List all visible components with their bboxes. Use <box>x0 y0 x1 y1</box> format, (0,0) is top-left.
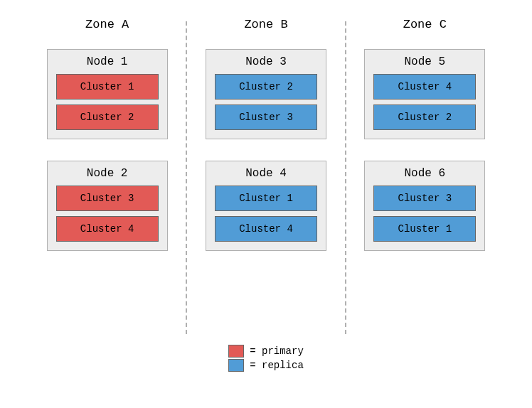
cluster-replica: Cluster 2 <box>215 74 317 100</box>
zone-title: Zone B <box>244 18 287 31</box>
replica-swatch-icon <box>228 359 244 372</box>
legend: = primary = replica <box>228 345 304 372</box>
cluster-primary: Cluster 2 <box>56 104 159 130</box>
node-4: Node 4 Cluster 1 Cluster 4 <box>206 161 326 251</box>
legend-label: = primary <box>250 345 304 357</box>
cluster-replica: Cluster 3 <box>215 104 317 130</box>
zone-b: Zone B Node 3 Cluster 2 Cluster 3 Node 4… <box>187 18 344 334</box>
cluster-replica: Cluster 4 <box>215 216 317 242</box>
zone-diagram: Zone A Node 1 Cluster 1 Cluster 2 Node 2… <box>0 0 532 345</box>
zone-title: Zone A <box>85 18 129 31</box>
zone-title: Zone C <box>403 18 447 31</box>
legend-label: = replica <box>250 360 304 371</box>
node-title: Node 2 <box>56 167 159 180</box>
node-title: Node 1 <box>56 55 159 68</box>
node-1: Node 1 Cluster 1 Cluster 2 <box>47 49 168 139</box>
cluster-replica: Cluster 1 <box>215 186 317 211</box>
legend-item-replica: = replica <box>228 359 304 372</box>
node-title: Node 5 <box>373 55 476 68</box>
cluster-replica: Cluster 3 <box>373 186 476 211</box>
node-title: Node 4 <box>215 167 317 180</box>
cluster-primary: Cluster 4 <box>56 216 159 242</box>
cluster-primary: Cluster 3 <box>56 186 159 211</box>
legend-item-primary: = primary <box>228 345 304 358</box>
cluster-primary: Cluster 1 <box>56 74 159 100</box>
primary-swatch-icon <box>228 345 244 358</box>
cluster-replica: Cluster 2 <box>373 104 476 130</box>
zone-c: Zone C Node 5 Cluster 4 Cluster 2 Node 6… <box>346 18 504 334</box>
zone-a: Zone A Node 1 Cluster 1 Cluster 2 Node 2… <box>28 18 186 334</box>
cluster-replica: Cluster 1 <box>373 216 476 242</box>
node-6: Node 6 Cluster 3 Cluster 1 <box>364 161 485 251</box>
node-5: Node 5 Cluster 4 Cluster 2 <box>364 49 485 139</box>
node-title: Node 3 <box>215 55 317 68</box>
node-2: Node 2 Cluster 3 Cluster 4 <box>47 161 168 251</box>
node-3: Node 3 Cluster 2 Cluster 3 <box>206 49 326 139</box>
cluster-replica: Cluster 4 <box>373 74 476 100</box>
node-title: Node 6 <box>373 167 476 180</box>
